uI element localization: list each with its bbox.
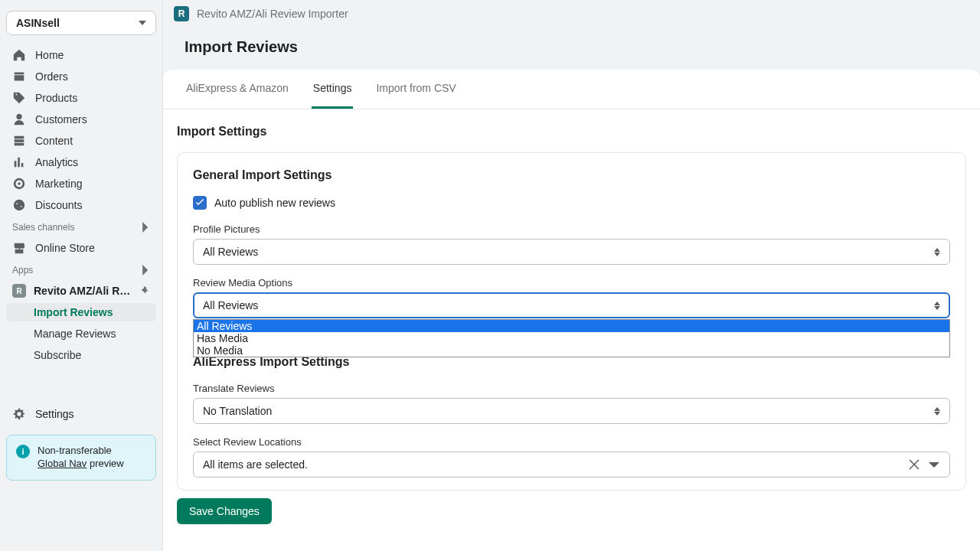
orders-icon bbox=[12, 70, 26, 83]
dropdown-option-no-media[interactable]: No Media bbox=[194, 344, 949, 357]
discounts-icon bbox=[12, 198, 26, 212]
nav-customers[interactable]: Customers bbox=[6, 109, 156, 130]
chevron-down-icon bbox=[139, 19, 146, 27]
store-name: ASINsell bbox=[16, 17, 60, 29]
info-icon: i bbox=[16, 445, 30, 458]
sales-channels-header[interactable]: Sales channels bbox=[6, 216, 156, 237]
nav-products[interactable]: Products bbox=[6, 87, 156, 109]
nav-marketing[interactable]: Marketing bbox=[6, 173, 156, 194]
notice-banner: i Non-transferable Global Nav preview bbox=[6, 435, 156, 481]
app-logo-icon: R bbox=[12, 284, 26, 298]
chevron-right-icon bbox=[139, 222, 150, 233]
tabs: AliExpress & Amazon Settings Import from… bbox=[163, 70, 980, 109]
import-settings-heading: Import Settings bbox=[177, 125, 966, 139]
app-name: Revito AMZ/Ali Review Importer bbox=[197, 8, 348, 20]
general-settings-heading: General Import Settings bbox=[193, 168, 950, 182]
nav-analytics[interactable]: Analytics bbox=[6, 152, 156, 173]
page-title: Import Reviews bbox=[163, 28, 980, 70]
review-media-dropdown: All Reviews Has Media No Media bbox=[193, 319, 950, 357]
tab-aliexpress-amazon[interactable]: AliExpress & Amazon bbox=[185, 70, 290, 109]
dropdown-option-all[interactable]: All Reviews bbox=[194, 320, 949, 332]
profile-pictures-label: Profile Pictures bbox=[193, 223, 950, 235]
products-icon bbox=[12, 91, 26, 105]
subnav-import-reviews[interactable]: Import Reviews bbox=[6, 303, 156, 321]
topbar: R Revito AMZ/Ali Review Importer bbox=[163, 0, 980, 28]
chevron-down-icon bbox=[928, 458, 940, 471]
gear-icon bbox=[12, 407, 26, 421]
marketing-icon bbox=[12, 177, 26, 191]
home-icon bbox=[12, 48, 26, 62]
auto-publish-checkbox[interactable] bbox=[193, 196, 207, 210]
review-media-label: Review Media Options bbox=[193, 277, 950, 289]
auto-publish-label: Auto publish new reviews bbox=[214, 197, 335, 209]
review-media-select[interactable]: All Reviews bbox=[193, 292, 950, 318]
nav-discounts[interactable]: Discounts bbox=[6, 194, 156, 216]
check-icon bbox=[195, 198, 204, 207]
chevron-right-icon bbox=[139, 265, 150, 276]
tab-settings[interactable]: Settings bbox=[312, 70, 354, 109]
nav-home[interactable]: Home bbox=[6, 44, 156, 66]
pin-icon[interactable] bbox=[139, 285, 150, 296]
nav-content[interactable]: Content bbox=[6, 130, 156, 152]
analytics-icon bbox=[12, 155, 26, 169]
store-selector[interactable]: ASINsell bbox=[6, 11, 156, 35]
nav-online-store[interactable]: Online Store bbox=[6, 237, 156, 259]
translate-reviews-label: Translate Reviews bbox=[193, 383, 950, 394]
save-changes-button[interactable]: Save Changes bbox=[177, 498, 272, 524]
notice-link[interactable]: Global Nav bbox=[38, 458, 87, 469]
translate-reviews-select[interactable]: No Translation bbox=[193, 398, 950, 424]
subnav-subscribe[interactable]: Subscribe bbox=[6, 346, 156, 364]
nav-orders[interactable]: Orders bbox=[6, 66, 156, 87]
notice-line1: Non-transferable bbox=[38, 445, 124, 458]
locations-multiselect[interactable]: All items are selected. bbox=[193, 452, 950, 478]
locations-label: Select Review Locations bbox=[193, 436, 950, 448]
dropdown-option-has-media[interactable]: Has Media bbox=[194, 332, 949, 344]
customers-icon bbox=[12, 112, 26, 126]
clear-icon[interactable] bbox=[908, 458, 920, 471]
app-logo: R bbox=[174, 6, 189, 21]
nav-settings[interactable]: Settings bbox=[6, 403, 156, 425]
content-icon bbox=[12, 134, 26, 148]
select-caret-icon bbox=[934, 248, 940, 256]
settings-panel: General Import Settings Auto publish new… bbox=[177, 152, 966, 491]
app-revito[interactable]: R Revito AMZ/Ali Revi… bbox=[6, 280, 156, 302]
profile-pictures-select[interactable]: All Reviews bbox=[193, 239, 950, 265]
tab-import-csv[interactable]: Import from CSV bbox=[374, 70, 457, 109]
select-caret-icon bbox=[934, 302, 940, 310]
store-icon bbox=[12, 241, 26, 255]
select-caret-icon bbox=[934, 407, 940, 416]
subnav-manage-reviews[interactable]: Manage Reviews bbox=[6, 324, 156, 343]
apps-header[interactable]: Apps bbox=[6, 259, 156, 280]
